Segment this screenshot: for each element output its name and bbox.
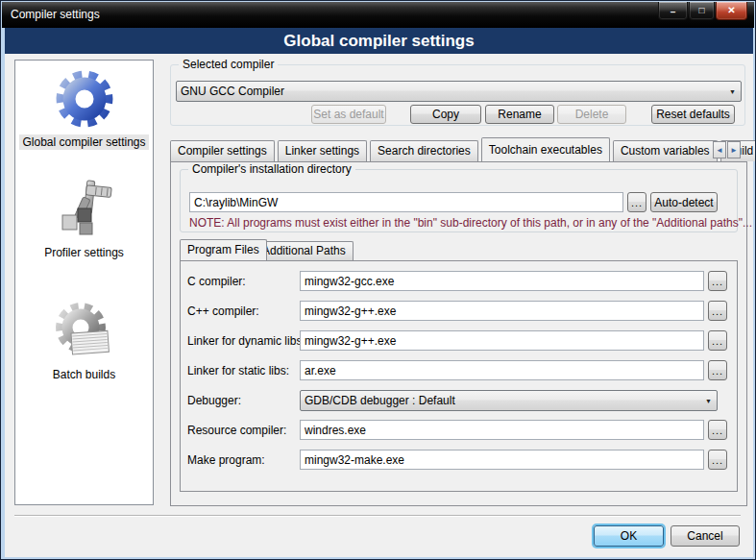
- compiler-select[interactable]: GNU GCC Compiler ▼: [176, 81, 742, 102]
- field-row-cpp-compiler: C++ compiler: ...: [187, 301, 737, 321]
- field-row-c-compiler: C compiler: ...: [187, 271, 737, 291]
- field-row-linker-static: Linker for static libs: ...: [187, 360, 737, 380]
- sidebar-item-label: Profiler settings: [41, 245, 127, 260]
- maximize-button[interactable]: □: [689, 2, 715, 20]
- make-program-input[interactable]: [300, 450, 704, 470]
- field-label: Resource compiler:: [187, 424, 300, 437]
- window-title: Compiler settings: [11, 8, 100, 21]
- field-label: C compiler:: [187, 275, 300, 288]
- installation-directory-group: Compiler's installation directory ... Au…: [180, 169, 738, 232]
- batch-builds-icon: [54, 301, 115, 362]
- auto-detect-button[interactable]: Auto-detect: [650, 192, 718, 212]
- debugger-select-value: GDB/CDB debugger : Default: [305, 394, 701, 407]
- installation-directory-group-label: Compiler's installation directory: [188, 162, 355, 176]
- sidebar-item-batch-builds[interactable]: Batch builds: [50, 301, 118, 382]
- field-label: Debugger:: [187, 394, 300, 407]
- tab-linker-settings[interactable]: Linker settings: [278, 140, 367, 161]
- field-label: C++ compiler:: [187, 304, 300, 318]
- browse-resource-compiler-button[interactable]: ...: [708, 420, 727, 440]
- browse-make-program-button[interactable]: ...: [708, 450, 727, 470]
- tab-search-directories[interactable]: Search directories: [370, 140, 478, 161]
- browse-directory-button[interactable]: ...: [627, 192, 646, 212]
- program-files-panel: C compiler: ... C++ compiler: ... Linker…: [180, 260, 738, 492]
- tab-toolchain-executables[interactable]: Toolchain executables: [481, 137, 610, 161]
- subtab-additional-paths[interactable]: Additional Paths: [255, 241, 354, 260]
- page-title: Global compiler settings: [5, 28, 753, 54]
- footer-separator: [14, 515, 741, 517]
- field-label: Make program:: [187, 453, 300, 467]
- close-button[interactable]: ✕: [716, 2, 747, 20]
- close-icon: ✕: [727, 6, 735, 15]
- cancel-button[interactable]: Cancel: [671, 525, 740, 547]
- tab-scroll-right-icon: ►: [730, 146, 738, 155]
- resource-compiler-input[interactable]: [300, 420, 704, 440]
- window-controls: – □ ✕: [657, 2, 747, 20]
- dialog-body: Global compiler settings: [5, 54, 753, 557]
- sidebar-item-global-compiler-settings[interactable]: Global compiler settings: [19, 68, 148, 150]
- cpp-compiler-input[interactable]: [300, 301, 704, 321]
- dropdown-arrow-icon: ▼: [701, 397, 713, 404]
- browse-cpp-compiler-button[interactable]: ...: [708, 301, 727, 321]
- maximize-icon: □: [698, 6, 704, 15]
- title-bar: Compiler settings – □ ✕: [2, 2, 754, 28]
- sidebar-item-profiler-settings[interactable]: Profiler settings: [41, 179, 127, 260]
- browse-linker-dynamic-button[interactable]: ...: [708, 330, 727, 351]
- set-as-default-button[interactable]: Set as default: [311, 105, 386, 124]
- delete-button[interactable]: Delete: [557, 105, 626, 124]
- browse-c-compiler-button[interactable]: ...: [708, 271, 727, 291]
- rename-button[interactable]: Rename: [485, 105, 554, 124]
- bin-subdirectory-note: NOTE: All programs must exist either in …: [189, 216, 752, 230]
- toolchain-executables-panel: Compiler's installation directory ... Au…: [170, 161, 747, 506]
- tab-compiler-settings[interactable]: Compiler settings: [170, 140, 275, 161]
- field-label: Linker for dynamic libs:: [187, 334, 300, 348]
- c-compiler-input[interactable]: [300, 271, 704, 291]
- selected-compiler-group-label: Selected compiler: [179, 58, 278, 71]
- field-row-make-program: Make program: ...: [187, 450, 737, 470]
- main-tab-strip: Compiler settings Linker settings Search…: [170, 137, 756, 161]
- settings-category-list: Global compiler settings: [14, 60, 154, 505]
- selected-compiler-group: Selected compiler GNU GCC Compiler ▼ Set…: [170, 64, 745, 126]
- tab-scroll-right-button[interactable]: ►: [727, 141, 741, 158]
- field-row-debugger: Debugger: GDB/CDB debugger : Default ▼: [187, 390, 737, 410]
- field-row-resource-compiler: Resource compiler: ...: [187, 420, 737, 440]
- sidebar-item-label: Batch builds: [50, 367, 118, 382]
- subtab-program-files[interactable]: Program Files: [180, 239, 267, 260]
- minimize-button[interactable]: –: [658, 2, 688, 20]
- caliper-icon: [53, 179, 114, 240]
- installation-directory-input[interactable]: [189, 192, 623, 212]
- field-row-linker-dynamic: Linker for dynamic libs: ...: [187, 330, 737, 351]
- tab-scroll-left-icon: ◄: [716, 146, 723, 155]
- field-label: Linker for static libs:: [187, 364, 300, 377]
- minimize-icon: –: [671, 8, 676, 17]
- sidebar-item-label: Global compiler settings: [19, 134, 148, 150]
- gear-blue-icon: [54, 68, 115, 130]
- tab-scroll-left-button[interactable]: ◄: [713, 141, 726, 158]
- tab-scroll-buttons: ◄ ►: [713, 141, 741, 158]
- copy-button[interactable]: Copy: [410, 105, 481, 124]
- ok-button[interactable]: OK: [594, 525, 664, 547]
- linker-static-input[interactable]: [300, 360, 704, 380]
- compiler-select-value: GNU GCC Compiler: [181, 85, 725, 98]
- debugger-select[interactable]: GDB/CDB debugger : Default ▼: [300, 390, 718, 411]
- linker-dynamic-input[interactable]: [300, 330, 704, 351]
- dropdown-arrow-icon: ▼: [725, 87, 737, 95]
- tab-custom-variables[interactable]: Custom variables: [613, 140, 718, 161]
- reset-defaults-button[interactable]: Reset defaults: [651, 105, 735, 124]
- browse-linker-static-button[interactable]: ...: [708, 360, 727, 380]
- compiler-settings-dialog: Compiler settings – □ ✕ Global compiler …: [0, 0, 756, 560]
